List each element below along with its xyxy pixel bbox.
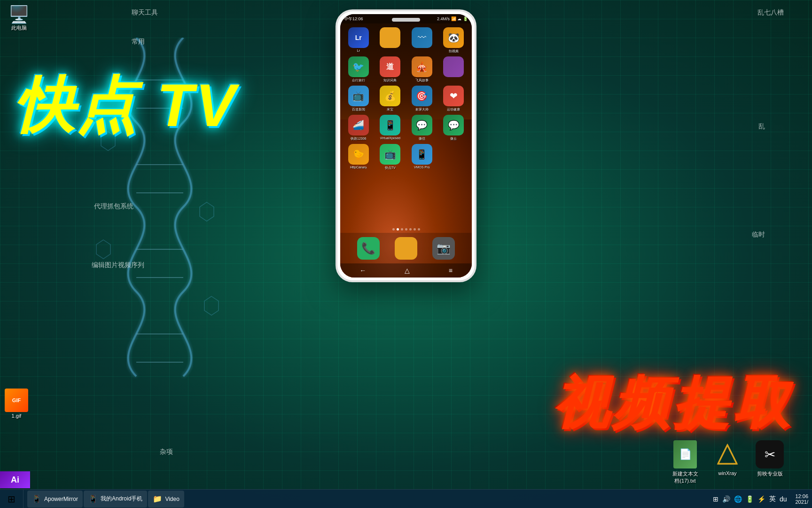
desktop-shortcuts: 📄 新建文本文档(17).txt winXray ✂ 剪映专业版 <box>671 440 784 484</box>
phone-dock-camera[interactable]: 📷 <box>432 237 455 260</box>
phone-page-dots <box>340 228 472 230</box>
phone-app-wechat1-icon: 💬 <box>412 115 432 135</box>
tray-icon-grid[interactable]: ⊞ <box>712 494 719 504</box>
phone-nav-recent[interactable]: ≡ <box>449 267 453 274</box>
phone-app-shebing[interactable]: 🎯 射屏大帅 <box>407 86 437 112</box>
shortcut-txt-icon: 📄 <box>671 440 699 468</box>
phone-nav-bar: ← △ ≡ <box>340 263 472 278</box>
phone-app-众行-icon: 🐦 <box>348 56 369 77</box>
tray-icon-audio[interactable]: 🔊 <box>721 494 731 504</box>
phone-signal-icons: 📶 ☁ 🔋 <box>451 16 468 21</box>
menu-label-common[interactable]: 常用 <box>132 38 145 46</box>
shortcut-jianying-icon: ✂ <box>756 440 784 468</box>
phone-app-health[interactable]: ❤ 运动健康 <box>439 86 468 112</box>
tray-icon-lang-en[interactable]: 英 <box>768 494 777 504</box>
phone-app-lr[interactable]: Lr Lr <box>344 27 373 54</box>
phone-inner: 中午12:06 2.4M/s 📶 ☁ 🔋 Lr Lr 〰 <box>340 14 472 278</box>
tray-icon-battery[interactable]: 🔋 <box>745 494 755 504</box>
taskbar-time: 12:06 <box>795 493 808 499</box>
shortcut-txt[interactable]: 📄 新建文本文档(17).txt <box>671 440 699 484</box>
phone-app-news[interactable]: 📺 百道新闻 <box>344 86 373 112</box>
shortcut-jianying-label: 剪映专业版 <box>757 470 783 477</box>
tray-icon-bluetooth[interactable]: ⚡ <box>757 494 766 504</box>
phone-app-kuaidiantv[interactable]: 📺 快点TV <box>376 144 405 170</box>
phone-app-vmos[interactable]: 📱 VMOS Pro <box>407 144 437 170</box>
svg-line-14 <box>718 445 727 464</box>
taskbar-apowermirror-label: ApowerMirror <box>44 496 78 502</box>
phone-app-vxposed-icon: 📱 <box>380 115 400 135</box>
phone-nav-home[interactable]: △ <box>405 267 410 274</box>
phone-app-empty <box>439 144 468 170</box>
phone-dock: 📞 📷 <box>340 233 472 263</box>
phone-side-button <box>476 86 476 104</box>
taskbar-start-button[interactable]: ⊞ <box>0 490 23 508</box>
shortcut-jianying[interactable]: ✂ 剪映专业版 <box>756 440 784 484</box>
taskbar-app-apowermirror[interactable]: 📱 ApowerMirror <box>27 491 83 508</box>
tray-icon-network[interactable]: 🌐 <box>733 494 743 504</box>
phone-app-panda-label: 拍视频 <box>449 49 459 54</box>
menu-label-edit[interactable]: 编辑图片视频序列 <box>92 261 144 270</box>
menu-label-chat[interactable]: 聊天工具 <box>132 8 158 17</box>
phone-app-wechat2-label: 微云 <box>450 136 457 141</box>
phone-app-train[interactable]: 🚄 铁路12306 <box>344 115 373 141</box>
phone-dock-phone[interactable]: 📞 <box>357 237 380 260</box>
phone-app-panda-icon: 🐼 <box>443 27 464 48</box>
phone-app-vxposed-label: VirtualXposed <box>380 136 400 140</box>
taskbar-clock[interactable]: 12:06 2021/ <box>791 493 812 505</box>
phone-app-purple[interactable] <box>439 56 468 83</box>
phone-app-yellow[interactable] <box>376 27 405 54</box>
menu-label-temp[interactable]: 临时 <box>752 230 765 239</box>
phone-app-grid: Lr Lr 〰 🐼 拍视频 🐦 众行旅行 <box>340 24 472 240</box>
taskbar: ⊞ 📱 ApowerMirror 📱 我的Android手机 📁 Video ⊞… <box>0 489 812 508</box>
taskbar-system-tray: ⊞ 🔊 🌐 🔋 ⚡ 英 du <box>708 494 792 504</box>
phone-app-train-icon: 🚄 <box>348 115 369 135</box>
svg-line-15 <box>727 445 737 464</box>
phone-app-wechat1-label: 微信 <box>419 136 425 141</box>
phone-app-wechat2[interactable]: 💬 微云 <box>439 115 468 141</box>
ai-badge[interactable]: Ai <box>0 471 30 488</box>
phone-app-wave-icon: 〰 <box>412 27 432 48</box>
main-title: 快点 TV <box>14 75 237 135</box>
taskbar-date: 2021/ <box>795 499 808 505</box>
shortcut-winxray[interactable]: winXray <box>713 440 742 484</box>
phone-nav-back[interactable]: ← <box>359 267 366 274</box>
phone-app-news-icon: 📺 <box>348 86 369 106</box>
phone-app-dao[interactable]: 道 知识词典 <box>376 56 405 83</box>
taskbar-app-android[interactable]: 📱 我的Android手机 <box>84 491 147 508</box>
phone-app-众行[interactable]: 🐦 众行旅行 <box>344 56 373 83</box>
menu-label-luan[interactable]: 乱 <box>758 122 765 131</box>
menu-label-mess2[interactable]: 乱七八槽 <box>757 8 784 17</box>
computer-desktop-icon[interactable]: 🖥️ 此电脑 <box>2 5 35 32</box>
phone-speed: 2.4M/s <box>437 16 450 21</box>
phone-time: 中午12:06 <box>344 16 363 22</box>
menu-label-misc[interactable]: 杂项 <box>160 448 173 456</box>
phone-app-httpcanary[interactable]: 🐤 HttpCanary <box>344 144 373 170</box>
phone-app-kuaidiantv-icon: 📺 <box>380 144 400 165</box>
taskbar-app-video[interactable]: 📁 Video <box>148 491 184 508</box>
gif-file-icon[interactable]: GIF 1.gif <box>5 389 28 419</box>
taskbar-android-icon: 📱 <box>88 494 98 504</box>
phone-app-vxposed[interactable]: 📱 VirtualXposed <box>376 115 405 141</box>
phone-app-shebing-icon: 🎯 <box>412 86 432 106</box>
phone-app-vmos-label: VMOS Pro <box>414 166 429 169</box>
phone-dock-msg[interactable] <box>395 237 417 260</box>
phone-screen: 中午12:06 2.4M/s 📶 ☁ 🔋 Lr Lr 〰 <box>340 14 472 278</box>
phone-app-lr-label: Lr <box>357 49 360 52</box>
tray-icon-lang-du[interactable]: du <box>779 494 788 504</box>
phone-app-vmos-icon: 📱 <box>412 144 432 165</box>
phone-app-panda[interactable]: 🐼 拍视频 <box>439 27 468 54</box>
phone-app-httpcanary-icon: 🐤 <box>348 144 369 165</box>
phone-app-health-icon: ❤ <box>443 86 464 106</box>
menu-label-proxy[interactable]: 代理抓包系统 <box>94 202 133 211</box>
phone-app-empty-icon <box>443 144 464 165</box>
phone-dot-5 <box>409 228 412 230</box>
phone-dot-7 <box>418 228 420 230</box>
phone-app-mibao[interactable]: 💰 米宝 <box>376 86 405 112</box>
phone-app-fenggu[interactable]: 🎪 飞凤故事 <box>407 56 437 83</box>
phone-dot-4 <box>405 228 407 230</box>
phone-app-wave[interactable]: 〰 <box>407 27 437 54</box>
phone-app-yellow-icon <box>380 27 400 48</box>
phone-app-fenggu-label: 飞凤故事 <box>415 78 429 83</box>
phone-app-train-label: 铁路12306 <box>351 136 366 141</box>
phone-app-wechat1[interactable]: 💬 微信 <box>407 115 437 141</box>
